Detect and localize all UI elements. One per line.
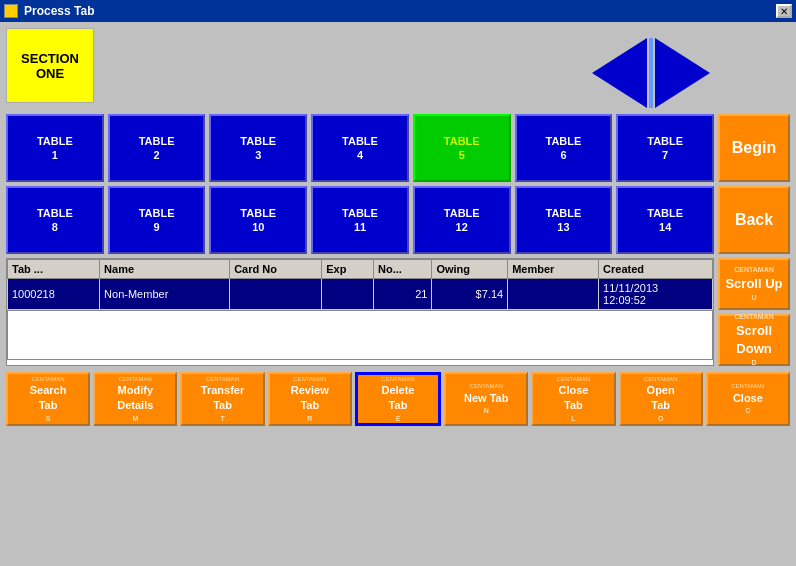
diamond-left <box>592 38 647 108</box>
col-header-card-no: Card No <box>230 260 322 279</box>
bottom-btn-brand: CENTAMAN <box>381 375 414 383</box>
table-body: 1000218Non-Member21$7.1411/11/201312:09:… <box>8 279 713 310</box>
table-button-t1[interactable]: TABLE1 <box>6 114 104 182</box>
table-button-t3[interactable]: TABLE3 <box>209 114 307 182</box>
table-header: Tab ...NameCard NoExpNo...OwingMemberCre… <box>8 260 713 279</box>
app-icon <box>4 4 18 18</box>
scroll-up-key: U <box>751 293 756 303</box>
bottom-btn-brand: CENTAMAN <box>731 382 764 390</box>
bottom-btn-brand: CENTAMAN <box>644 375 677 383</box>
bottom-btn-brand: CENTAMAN <box>470 382 503 390</box>
bottom-btn-key: S <box>46 414 51 424</box>
diamond-divider <box>649 38 653 108</box>
scroll-down-button[interactable]: CENTAMAN ScrollDown D <box>718 314 790 366</box>
diamond-logo <box>592 38 710 108</box>
scroll-buttons: CENTAMAN Scroll Up U CENTAMAN ScrollDown… <box>718 258 790 366</box>
modify-details-button[interactable]: CENTAMAN ModifyDetails M <box>93 372 177 426</box>
tables-row-1: TABLE1TABLE2TABLE3TABLE4TABLE5TABLE6TABL… <box>6 114 714 182</box>
table-button-t5[interactable]: TABLE5 <box>413 114 511 182</box>
table-button-t8[interactable]: TABLE8 <box>6 186 104 254</box>
table-cell-0: 1000218 <box>8 279 100 310</box>
bottom-btn-label: OpenTab <box>647 383 675 414</box>
empty-area <box>7 310 713 360</box>
table-button-t4[interactable]: TABLE4 <box>311 114 409 182</box>
bottom-btn-label: SearchTab <box>30 383 67 414</box>
scroll-down-brand: CENTAMAN <box>734 312 774 322</box>
delete-tab-button[interactable]: CENTAMAN DeleteTab E <box>355 372 441 426</box>
top-row: SECTIONONE <box>6 28 790 108</box>
scroll-down-key: D <box>751 358 756 368</box>
bottom-btn-brand: CENTAMAN <box>293 375 326 383</box>
begin-button[interactable]: Begin <box>718 114 790 182</box>
table-cell-5: $7.14 <box>432 279 508 310</box>
search-tab-button[interactable]: CENTAMAN SearchTab S <box>6 372 90 426</box>
table-button-t13[interactable]: TABLE13 <box>515 186 613 254</box>
table-button-t11[interactable]: TABLE11 <box>311 186 409 254</box>
tables-row-2: TABLE8TABLE9TABLE10TABLE11TABLE12TABLE13… <box>6 186 714 254</box>
close-tab-button[interactable]: CENTAMAN CloseTab L <box>531 372 615 426</box>
bottom-btn-label: ReviewTab <box>291 383 329 414</box>
data-section: Tab ...NameCard NoExpNo...OwingMemberCre… <box>6 258 790 366</box>
bottom-btn-brand: CENTAMAN <box>557 375 590 383</box>
tables-grid: TABLE1TABLE2TABLE3TABLE4TABLE5TABLE6TABL… <box>6 114 714 254</box>
col-header-name: Name <box>100 260 230 279</box>
bottom-btn-label: Close <box>733 391 763 406</box>
bottom-btn-brand: CENTAMAN <box>31 375 64 383</box>
table-cell-3 <box>322 279 374 310</box>
col-header-no---: No... <box>374 260 432 279</box>
bottom-btn-key: N <box>484 406 489 416</box>
transfer-tab-button[interactable]: CENTAMAN TransferTab T <box>180 372 264 426</box>
title-bar: Process Tab ✕ <box>0 0 796 22</box>
bottom-btn-label: TransferTab <box>201 383 244 414</box>
table-cell-7: 11/11/201312:09:52 <box>599 279 713 310</box>
window-title: Process Tab <box>24 4 94 18</box>
bottom-btn-key: C <box>745 406 750 416</box>
col-header-owing: Owing <box>432 260 508 279</box>
bottom-btn-label: ModifyDetails <box>117 383 153 414</box>
data-table: Tab ...NameCard NoExpNo...OwingMemberCre… <box>7 259 713 310</box>
bottom-btn-key: E <box>396 414 401 424</box>
table-button-t12[interactable]: TABLE12 <box>413 186 511 254</box>
table-row[interactable]: 1000218Non-Member21$7.1411/11/201312:09:… <box>8 279 713 310</box>
bottom-btn-label: New Tab <box>464 391 508 406</box>
table-button-t10[interactable]: TABLE10 <box>209 186 307 254</box>
table-button-t14[interactable]: TABLE14 <box>616 186 714 254</box>
bottom-btn-label: DeleteTab <box>381 383 414 414</box>
scroll-up-brand: CENTAMAN <box>734 265 774 275</box>
bottom-btn-brand: CENTAMAN <box>119 375 152 383</box>
table-button-t9[interactable]: TABLE9 <box>108 186 206 254</box>
table-button-t6[interactable]: TABLE6 <box>515 114 613 182</box>
scroll-up-button[interactable]: CENTAMAN Scroll Up U <box>718 258 790 310</box>
side-buttons: Begin Back <box>718 114 790 254</box>
table-cell-2 <box>230 279 322 310</box>
col-header-exp: Exp <box>322 260 374 279</box>
close-window-button[interactable]: ✕ <box>776 4 792 18</box>
col-header-tab----: Tab ... <box>8 260 100 279</box>
new-tab-button[interactable]: CENTAMAN New Tab N <box>444 372 528 426</box>
close-button[interactable]: CENTAMAN Close C <box>706 372 790 426</box>
table-cell-4: 21 <box>374 279 432 310</box>
scroll-down-label: ScrollDown <box>736 322 772 358</box>
scroll-up-label: Scroll Up <box>725 275 782 293</box>
bottom-btn-brand: CENTAMAN <box>206 375 239 383</box>
table-cell-1: Non-Member <box>100 279 230 310</box>
bottom-buttons: CENTAMAN SearchTab SCENTAMAN ModifyDetai… <box>6 372 790 426</box>
col-header-created: Created <box>599 260 713 279</box>
diamond-right <box>655 38 710 108</box>
tables-section: TABLE1TABLE2TABLE3TABLE4TABLE5TABLE6TABL… <box>6 114 790 254</box>
section-card: SECTIONONE <box>6 28 94 103</box>
table-button-t7[interactable]: TABLE7 <box>616 114 714 182</box>
bottom-btn-key: M <box>132 414 138 424</box>
open-tab-button[interactable]: CENTAMAN OpenTab O <box>619 372 703 426</box>
review-tab-button[interactable]: CENTAMAN ReviewTab R <box>268 372 352 426</box>
bottom-btn-label: CloseTab <box>558 383 588 414</box>
bottom-btn-key: O <box>658 414 663 424</box>
main-area: SECTIONONE TABLE1TABLE2TABLE3TABLE4TABLE… <box>0 22 796 566</box>
col-header-member: Member <box>508 260 599 279</box>
back-button[interactable]: Back <box>718 186 790 254</box>
table-cell-6 <box>508 279 599 310</box>
table-button-t2[interactable]: TABLE2 <box>108 114 206 182</box>
bottom-btn-key: T <box>220 414 224 424</box>
bottom-btn-key: L <box>571 414 575 424</box>
data-table-wrap: Tab ...NameCard NoExpNo...OwingMemberCre… <box>6 258 714 366</box>
